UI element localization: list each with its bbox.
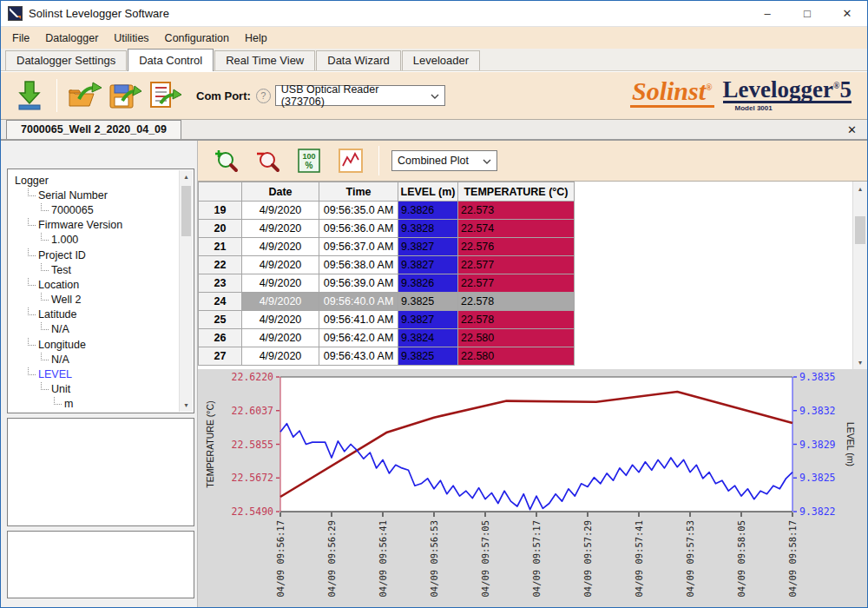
scroll-up-icon[interactable]: ▴ <box>853 182 867 195</box>
time-cell[interactable]: 09:56:40.0 AM <box>319 293 398 311</box>
row-number-cell[interactable]: 21 <box>199 238 242 256</box>
tree-item-longitude[interactable]: Longitude <box>11 337 194 352</box>
temperature-cell[interactable]: 22.577 <box>458 256 575 274</box>
zoom-out-button[interactable] <box>252 146 283 175</box>
export-data-button[interactable] <box>144 76 184 116</box>
plot-style-button[interactable] <box>335 146 366 175</box>
time-cell[interactable]: 09:56:37.0 AM <box>319 238 398 256</box>
level-cell[interactable]: 9.3826 <box>398 202 458 220</box>
date-cell[interactable]: 4/9/2020 <box>242 220 319 238</box>
time-cell[interactable]: 09:56:36.0 AM <box>319 220 398 238</box>
temperature-cell[interactable]: 22.577 <box>458 274 575 293</box>
menu-configuration[interactable]: Configuration <box>157 29 237 48</box>
tree-item-test[interactable]: Test <box>11 262 194 277</box>
tree-item-project-id[interactable]: Project ID <box>11 248 194 262</box>
level-cell[interactable]: 9.3827 <box>398 256 458 274</box>
tree-item-logger[interactable]: Logger <box>11 173 194 188</box>
menu-help[interactable]: Help <box>237 29 275 48</box>
table-row[interactable]: 234/9/202009:56:39.0 AM9.382622.577 <box>199 274 575 293</box>
row-number-cell[interactable]: 19 <box>199 202 242 220</box>
date-cell[interactable]: 4/9/2020 <box>242 256 319 274</box>
document-tab[interactable]: 7000065_Well 2_2020_04_09 <box>6 120 181 139</box>
document-close-icon[interactable]: ✕ <box>847 123 857 136</box>
level-cell[interactable]: 9.3825 <box>398 347 458 366</box>
table-row[interactable]: 194/9/202009:56:35.0 AM9.382622.573 <box>199 202 575 220</box>
temperature-cell[interactable]: 22.578 <box>458 311 575 329</box>
table-scrollbar-thumb[interactable] <box>855 216 865 244</box>
column-header-rownum[interactable] <box>199 182 242 202</box>
row-number-cell[interactable]: 20 <box>199 220 242 238</box>
maximize-button[interactable]: □ <box>787 1 827 27</box>
level-cell[interactable]: 9.3824 <box>398 329 458 347</box>
time-cell[interactable]: 09:56:39.0 AM <box>319 274 398 293</box>
tab-datalogger-settings[interactable]: Datalogger Settings <box>5 50 127 70</box>
date-cell[interactable]: 4/9/2020 <box>242 311 319 329</box>
tree-item-unit[interactable]: Unit <box>11 382 194 397</box>
scroll-down-icon[interactable]: ▾ <box>853 355 867 369</box>
date-cell[interactable]: 4/9/2020 <box>242 274 319 293</box>
time-cell[interactable]: 09:56:43.0 AM <box>319 347 398 366</box>
column-header-Time[interactable]: Time <box>319 182 398 202</box>
table-row[interactable]: 214/9/202009:56:37.0 AM9.382722.576 <box>199 238 575 256</box>
scroll-down-icon[interactable]: ▾ <box>180 399 193 412</box>
table-row[interactable]: 264/9/202009:56:42.0 AM9.382422.580 <box>199 329 575 347</box>
row-number-cell[interactable]: 24 <box>199 293 242 311</box>
table-row[interactable]: 244/9/202009:56:40.0 AM9.382522.578 <box>199 293 575 311</box>
zoom-100-button[interactable]: 100 % <box>293 146 325 175</box>
date-cell[interactable]: 4/9/2020 <box>242 238 319 256</box>
tree-item-n-a[interactable]: N/A <box>11 322 194 337</box>
tree-item-m[interactable]: m <box>11 397 194 412</box>
time-cell[interactable]: 09:56:41.0 AM <box>319 311 398 329</box>
open-file-button[interactable] <box>64 76 104 116</box>
date-cell[interactable]: 4/9/2020 <box>242 329 319 347</box>
level-cell[interactable]: 9.3827 <box>398 238 458 256</box>
temperature-cell[interactable]: 22.580 <box>458 347 575 366</box>
tree-item-level[interactable]: LEVEL <box>11 367 194 381</box>
tab-data-control[interactable]: Data Control <box>128 49 214 71</box>
date-cell[interactable]: 4/9/2020 <box>242 293 319 311</box>
table-row[interactable]: 224/9/202009:56:38.0 AM9.382722.577 <box>199 256 575 274</box>
help-icon[interactable]: ? <box>256 89 271 103</box>
time-cell[interactable]: 09:56:35.0 AM <box>319 202 398 220</box>
temperature-cell[interactable]: 22.578 <box>458 293 575 311</box>
level-cell[interactable]: 9.3826 <box>398 274 458 293</box>
row-number-cell[interactable]: 23 <box>199 274 242 293</box>
table-row[interactable]: 204/9/202009:56:36.0 AM9.382822.574 <box>199 220 575 238</box>
row-number-cell[interactable]: 25 <box>199 311 242 329</box>
tab-real-time-view[interactable]: Real Time View <box>214 50 315 70</box>
level-cell[interactable]: 9.3827 <box>398 311 458 329</box>
tree-item-7000065[interactable]: 7000065 <box>11 202 194 217</box>
column-header-LEVEL (m)[interactable]: LEVEL (m) <box>398 182 458 202</box>
level-cell[interactable]: 9.3828 <box>398 220 458 238</box>
tree-item-n-a[interactable]: N/A <box>11 352 194 367</box>
save-file-button[interactable] <box>104 76 144 116</box>
scroll-up-icon[interactable]: ▴ <box>180 170 193 183</box>
plot-type-select[interactable]: Combined Plot <box>391 150 497 171</box>
tree-item-latitude[interactable]: Latitude <box>11 307 194 322</box>
download-data-button[interactable] <box>10 76 49 116</box>
tree-item-serial-number[interactable]: Serial Number <box>11 188 194 202</box>
tree-item-location[interactable]: Location <box>11 277 194 292</box>
date-cell[interactable]: 4/9/2020 <box>242 347 319 366</box>
tree-item-firmware-version[interactable]: Firmware Version <box>11 218 194 233</box>
column-header-Date[interactable]: Date <box>242 182 319 202</box>
temperature-cell[interactable]: 22.580 <box>458 329 575 347</box>
tree-scrollbar-thumb[interactable] <box>181 186 191 236</box>
date-cell[interactable]: 4/9/2020 <box>242 202 319 220</box>
table-row[interactable]: 274/9/202009:56:43.0 AM9.382522.580 <box>199 347 575 366</box>
column-header-TEMPERATURE (°C)[interactable]: TEMPERATURE (°C) <box>458 182 575 202</box>
tree-scrollbar[interactable]: ▴ ▾ <box>179 170 193 412</box>
tab-leveloader[interactable]: Leveloader <box>402 50 480 70</box>
row-number-cell[interactable]: 26 <box>199 329 242 347</box>
menu-datalogger[interactable]: Datalogger <box>37 29 106 48</box>
row-number-cell[interactable]: 22 <box>199 256 242 274</box>
minimize-button[interactable]: – <box>747 1 787 27</box>
menu-utilities[interactable]: Utilities <box>106 29 156 48</box>
temperature-cell[interactable]: 22.574 <box>458 220 575 238</box>
table-row[interactable]: 254/9/202009:56:41.0 AM9.382722.578 <box>199 311 575 329</box>
close-button[interactable]: ✕ <box>827 1 867 27</box>
time-cell[interactable]: 09:56:42.0 AM <box>319 329 398 347</box>
time-cell[interactable]: 09:56:38.0 AM <box>319 256 398 274</box>
com-port-select[interactable]: USB Optical Reader (373706) <box>275 85 445 106</box>
table-scrollbar[interactable]: ▴ ▾ <box>852 182 867 369</box>
